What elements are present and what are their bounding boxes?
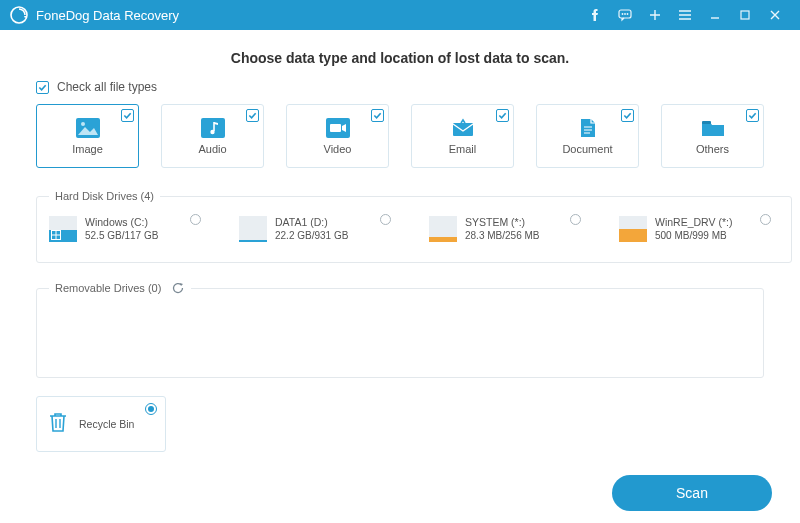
drive-item[interactable]: DATA1 (D:)22.2 GB/931 GB <box>239 216 399 250</box>
type-card-others[interactable]: Others <box>661 104 764 168</box>
type-card-document[interactable]: Document <box>536 104 639 168</box>
hdd-legend: Hard Disk Drives (4) <box>49 190 160 202</box>
drive-icon <box>239 216 267 250</box>
app-logo: FoneDog Data Recovery <box>10 6 179 24</box>
svg-rect-12 <box>330 124 341 132</box>
drive-item[interactable]: WinRE_DRV (*:)500 MB/999 MB <box>619 216 779 250</box>
drive-size: 500 MB/999 MB <box>655 230 732 241</box>
file-type-row: Image Audio Video Email Document Others <box>36 104 764 168</box>
drive-name: DATA1 (D:) <box>275 216 348 228</box>
type-card-audio[interactable]: Audio <box>161 104 264 168</box>
drive-size: 28.3 MB/256 MB <box>465 230 539 241</box>
type-checkbox[interactable] <box>496 109 509 122</box>
type-label: Email <box>449 143 477 155</box>
svg-point-3 <box>622 13 624 15</box>
app-title: FoneDog Data Recovery <box>36 8 179 23</box>
email-icon <box>450 117 476 139</box>
refresh-icon[interactable] <box>171 281 185 295</box>
menu-icon[interactable] <box>670 0 700 30</box>
scan-button[interactable]: Scan <box>612 475 772 511</box>
drive-item[interactable]: SYSTEM (*:)28.3 MB/256 MB <box>429 216 589 250</box>
svg-rect-14 <box>702 121 711 124</box>
drive-radio[interactable] <box>380 214 391 225</box>
svg-rect-6 <box>741 11 749 19</box>
drive-name: WinRE_DRV (*:) <box>655 216 732 228</box>
video-icon <box>325 117 351 139</box>
recycle-radio-selected[interactable] <box>145 403 157 415</box>
type-checkbox[interactable] <box>621 109 634 122</box>
facebook-icon[interactable] <box>580 0 610 30</box>
svg-rect-15 <box>52 231 56 235</box>
image-icon <box>75 117 101 139</box>
drive-icon <box>429 216 457 250</box>
maximize-icon[interactable] <box>730 0 760 30</box>
svg-rect-18 <box>57 236 61 240</box>
trash-icon <box>47 410 69 438</box>
svg-rect-9 <box>201 118 225 138</box>
drive-item[interactable]: Windows (C:)52.5 GB/117 GB <box>49 216 209 250</box>
svg-point-5 <box>627 13 629 15</box>
hdd-group: Hard Disk Drives (4) Windows (C:)52.5 GB… <box>36 190 792 263</box>
type-label: Image <box>72 143 103 155</box>
drive-icon <box>619 216 647 250</box>
drive-radio[interactable] <box>190 214 201 225</box>
audio-icon <box>200 117 226 139</box>
removable-body <box>49 309 751 365</box>
check-all-checkbox[interactable] <box>36 81 49 94</box>
type-label: Video <box>324 143 352 155</box>
type-checkbox[interactable] <box>121 109 134 122</box>
close-icon[interactable] <box>760 0 790 30</box>
type-label: Document <box>562 143 612 155</box>
drive-size: 52.5 GB/117 GB <box>85 230 158 241</box>
drive-icon <box>49 216 77 250</box>
removable-legend: Removable Drives (0) <box>49 281 191 295</box>
recycle-bin-card[interactable]: Recycle Bin <box>36 396 166 452</box>
drive-radio[interactable] <box>570 214 581 225</box>
add-icon[interactable] <box>640 0 670 30</box>
drive-size: 22.2 GB/931 GB <box>275 230 348 241</box>
svg-point-4 <box>624 13 626 15</box>
document-icon <box>575 117 601 139</box>
recycle-label: Recycle Bin <box>79 418 134 430</box>
type-card-email[interactable]: Email <box>411 104 514 168</box>
removable-group: Removable Drives (0) <box>36 281 764 378</box>
removable-legend-text: Removable Drives (0) <box>55 282 161 294</box>
check-all-label: Check all file types <box>57 80 157 94</box>
svg-point-10 <box>210 130 214 134</box>
type-card-video[interactable]: Video <box>286 104 389 168</box>
folder-icon <box>700 117 726 139</box>
drive-name: SYSTEM (*:) <box>465 216 539 228</box>
type-checkbox[interactable] <box>746 109 759 122</box>
type-label: Audio <box>198 143 226 155</box>
feedback-icon[interactable] <box>610 0 640 30</box>
type-checkbox[interactable] <box>371 109 384 122</box>
titlebar: FoneDog Data Recovery <box>0 0 800 30</box>
svg-rect-16 <box>57 231 61 235</box>
check-all-row[interactable]: Check all file types <box>36 80 764 94</box>
page-headline: Choose data type and location of lost da… <box>36 50 764 66</box>
svg-rect-13 <box>453 123 473 136</box>
svg-point-8 <box>81 122 85 126</box>
minimize-icon[interactable] <box>700 0 730 30</box>
type-checkbox[interactable] <box>246 109 259 122</box>
type-card-image[interactable]: Image <box>36 104 139 168</box>
drive-radio[interactable] <box>760 214 771 225</box>
type-label: Others <box>696 143 729 155</box>
svg-rect-17 <box>52 236 56 240</box>
logo-icon <box>10 6 28 24</box>
drive-name: Windows (C:) <box>85 216 158 228</box>
